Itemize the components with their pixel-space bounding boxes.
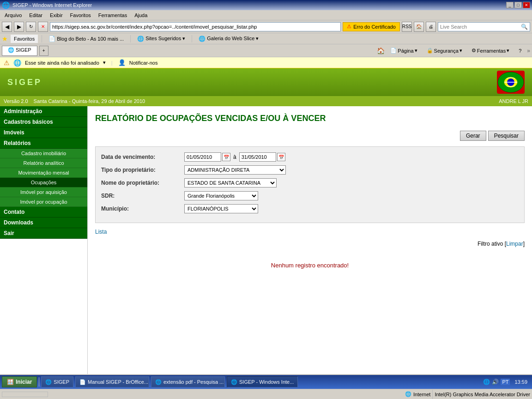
fav-sites-icon: 🌐 <box>137 36 144 42</box>
date-to-input[interactable] <box>239 152 276 162</box>
fav-sites-item[interactable]: 🌐 Sites Sugeridos ▾ <box>134 35 188 43</box>
time-display: 13:59 <box>512 379 530 385</box>
home-button[interactable]: 🏠 <box>414 22 424 32</box>
page-title: RELATÓRIO DE OCUPAÇÕES VENCIDAS E/OU À V… <box>95 114 525 123</box>
date-from-input[interactable] <box>184 152 221 162</box>
address-input[interactable] <box>50 22 341 31</box>
buttons-area: Gerar Pesquisar <box>95 131 525 141</box>
location-date-label: Santa Catarina - Quinta-feira, 29 de Abr… <box>34 98 145 104</box>
menu-exibir[interactable]: Exibir <box>47 12 66 19</box>
page-button[interactable]: 📄 Página ▾ <box>387 47 421 54</box>
sidebar-category-imoveis[interactable]: Imóveis <box>0 127 87 138</box>
lang-icon: PT <box>501 379 510 385</box>
start-button[interactable]: 🪟 Iniciar <box>2 376 37 387</box>
form-row-data: Data de vencimento: 📅 à 📅 <box>101 152 519 162</box>
systray: 🌐 🔊 PT 13:59 <box>483 379 530 385</box>
calendar-to-button[interactable]: 📅 <box>277 153 285 161</box>
nome-proprietario-select[interactable]: ESTADO DE SANTA CATARINA <box>184 178 277 187</box>
menu-favoritos[interactable]: Favoritos <box>67 12 94 19</box>
tools-button[interactable]: ⚙ Ferramentas ▾ <box>468 47 513 54</box>
start-icon: 🪟 <box>7 379 14 385</box>
sidebar-item-movimentacao-mensal[interactable]: Movimentação mensal <box>0 168 87 178</box>
app-container: SIGEP Versão 2.0 Santa Catarina - Quinta… <box>0 68 532 374</box>
sidebar-category-downloads[interactable]: Downloads <box>0 218 87 228</box>
separator-1 <box>42 35 42 42</box>
label-municipio: Município: <box>101 206 184 212</box>
security-warning-icon2: 🌐 <box>13 59 21 66</box>
menu-ferramentas[interactable]: Ferramentas <box>96 12 130 19</box>
minimize-button[interactable]: _ <box>506 2 514 8</box>
rss-button[interactable]: RSS <box>402 22 412 32</box>
sidebar-category-cadastros[interactable]: Cadastros básicos <box>0 117 87 127</box>
fav-galeria-icon: 🌐 <box>199 36 206 42</box>
sidebar-category-relatorios[interactable]: Relatórios <box>0 138 87 149</box>
sidebar-item-imovel-por-ocupacao[interactable]: Imóvel por ocupação <box>0 197 87 207</box>
refresh-button[interactable]: ↻ <box>26 22 36 32</box>
label-tipo-proprietario: Tipo do proprietário: <box>101 167 184 173</box>
filter-active-text: Filtro ativo [ <box>478 241 506 247</box>
network-icon: 🌐 <box>483 379 490 385</box>
calendar-from-button[interactable]: 📅 <box>222 153 230 161</box>
form-row-sdr: SDR: Grande Florianópolis <box>101 191 519 200</box>
print-button[interactable]: 🖨 <box>426 22 436 32</box>
sidebar-category-administracao[interactable]: Administração <box>0 106 87 117</box>
forward-button[interactable]: ▶ <box>14 22 24 32</box>
intel-text: Intel(R) Graphics Media Accelerator Driv… <box>435 392 530 397</box>
live-search-input[interactable] <box>440 24 521 30</box>
search-icon[interactable]: 🔍 <box>521 24 528 30</box>
label-nome-proprietario: Nome do proprietário: <box>101 180 184 186</box>
title-bar-title: SIGEP - Windows Internet Explorer <box>12 2 92 8</box>
help-button[interactable]: ? <box>515 47 525 54</box>
app-logo <box>497 71 525 94</box>
separator-3 <box>192 35 192 42</box>
extend-icon: » <box>527 48 530 54</box>
taskbar: 🪟 Iniciar 🌐 SIGEP 📄 Manual SIGEP - BrOff… <box>0 375 532 389</box>
fav-blog-item[interactable]: 📄 Blog do Beto - As 100 mais ... <box>46 35 127 43</box>
ie-tab-sigep[interactable]: 🌐 SIGEP <box>2 46 37 56</box>
status-divider <box>432 390 433 399</box>
ie-toolbar: 🌐 SIGEP + 🏠 📄 Página ▾ 🔒 Segurança ▾ ⚙ F… <box>0 44 532 57</box>
sidebar-item-cadastro-imobiliario[interactable]: Cadastro imobiliário <box>0 149 87 158</box>
sidebar-category-contato[interactable]: Contato <box>0 207 87 218</box>
task-pdf-icon: 🌐 <box>155 379 162 385</box>
sidebar-item-imovel-por-aquisicao[interactable]: Imóvel por aquisição <box>0 187 87 197</box>
security-button[interactable]: 🔒 Segurança ▾ <box>423 47 466 54</box>
menu-ajuda[interactable]: Ajuda <box>132 12 150 19</box>
task-sigep[interactable]: 🌐 SIGEP <box>41 376 73 387</box>
cert-error-icon: ⚠ <box>347 24 351 30</box>
list-link[interactable]: Lista <box>95 229 107 235</box>
municipio-select[interactable]: FLORIANÓPOLIS <box>184 204 258 213</box>
security-warning-text: Esse site ainda não foi analisado <box>25 60 99 66</box>
fav-galeria-item[interactable]: 🌐 Galeria do Web Slice ▾ <box>196 35 261 43</box>
status-bar: 🌐 Internet Intel(R) Graphics Media Accel… <box>0 389 532 399</box>
notify-button[interactable]: Notificar-nos <box>129 60 158 66</box>
separator-2 <box>130 35 131 42</box>
menu-editar[interactable]: Editar <box>26 12 45 19</box>
gerar-button[interactable]: Gerar <box>460 131 486 141</box>
sdr-select[interactable]: Grande Florianópolis <box>184 191 258 200</box>
menu-arquivo[interactable]: Arquivo <box>2 12 24 19</box>
sidebar-category-sair[interactable]: Sair <box>0 228 87 239</box>
maximize-button[interactable]: □ <box>514 2 522 8</box>
filter-active-close: ] <box>523 241 525 247</box>
pesquisar-button[interactable]: Pesquisar <box>488 131 525 141</box>
notify-icon: 👤 <box>118 59 126 66</box>
close-button[interactable]: ✕ <box>523 2 530 8</box>
back-button[interactable]: ◀ <box>2 22 12 32</box>
tipo-proprietario-select[interactable]: ADMINISTRAÇÃO DIRETA <box>184 165 286 175</box>
title-bar: 🌐 SIGEP - Windows Internet Explorer _ □ … <box>0 0 532 10</box>
sidebar-item-relatorio-analitico[interactable]: Relatório analítico <box>0 158 87 168</box>
menu-bar: Arquivo Editar Exibir Favoritos Ferramen… <box>0 10 532 20</box>
search-box: 🔍 <box>438 22 530 31</box>
new-tab-button[interactable]: + <box>39 46 48 56</box>
favorites-button[interactable]: Favoritos <box>11 35 38 43</box>
task-pdf[interactable]: 🌐 extensão pdf - Pesquisa ... <box>151 376 225 387</box>
task-manual[interactable]: 📄 Manual SIGEP - BrOffice.... <box>75 376 149 387</box>
stop-button[interactable]: ✕ <box>38 22 48 32</box>
task-sigep-ie-icon: 🌐 <box>231 379 237 385</box>
limpar-link[interactable]: Limpar <box>506 241 523 247</box>
cert-error-badge[interactable]: ⚠ Erro do Certificado <box>343 22 400 31</box>
sidebar-item-ocupacoes[interactable]: Ocupações <box>0 178 87 187</box>
task-sigep-ie[interactable]: 🌐 SIGEP - Windows Inte... <box>227 376 298 387</box>
page-chevron: ▾ <box>415 48 417 54</box>
